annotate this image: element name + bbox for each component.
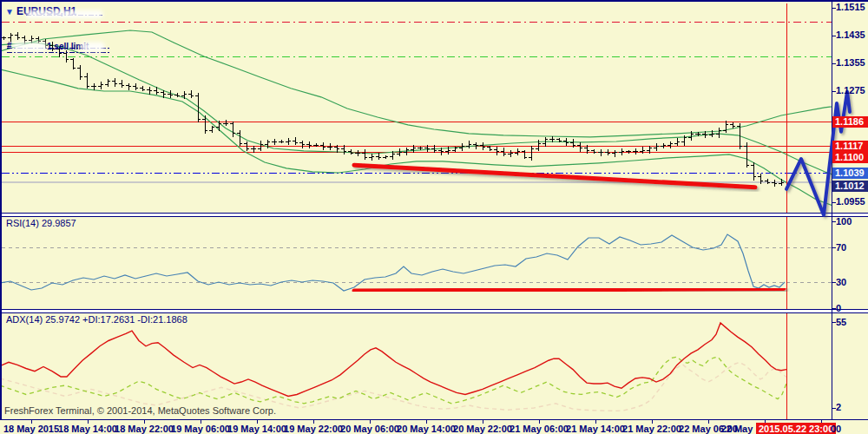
rsi-axis-label: 0 [836,303,841,313]
redacted-order-id [26,10,102,18]
time-axis-label: 21 May 14:00 [566,424,625,434]
price-level-badge: 1.1039 [832,168,868,179]
time-axis-label: 20 May 22:00 [453,424,512,434]
time-axis-label: 19 May 14:00 [227,424,286,434]
time-axis-label: 21 May 22:00 [622,424,681,434]
redacted-order-number [13,43,46,51]
rsi-indicator-label: RSI(14) 29.9857 [6,218,76,228]
chart-canvas[interactable] [0,2,868,434]
rsi-axis-label: 100 [836,216,852,227]
redacted-order-price [81,43,104,51]
price-axis-label: 1.1435 [836,30,865,40]
current-time-badge: 2015.05.22 23:00 [756,423,836,434]
adx-indicator-label: ADX(14) 25.9742 +DI:17.2631 -DI:21.1868 [6,314,187,325]
price-axis-label: 1.1515 [836,2,865,12]
rsi-axis-label: 70 [836,242,846,253]
price-level-badge: 1.1100 [832,152,868,163]
rsi-axis-label: 30 [836,277,846,287]
price-level-badge: 1.1117 [832,141,868,152]
adx-axis-label: 2 [836,402,841,412]
time-axis-label: 18 May 2015 [3,424,59,434]
time-axis-label: 18 May 14:00 [58,424,117,434]
order-prefix: # [7,41,12,50]
truncated-time-label: 00 [831,424,841,434]
price-axis-label: 1.1275 [836,85,865,95]
time-axis-label: 20 May 06:00 [340,424,399,434]
adx-axis-label: 55 [836,317,846,327]
time-axis-label: 21 May 06:00 [510,424,569,434]
time-axis-label: 18 May 22:00 [115,424,174,434]
price-axis-label: 1.1355 [836,57,865,68]
time-axis-label: 19 May 22:00 [284,424,343,434]
price-level-badge: 1.1186 [832,116,868,128]
price-level-badge: 1.1012 [832,181,868,192]
mt4-chart-window: ▼EURUSD,H1 # 1 sell limit RSI(14) 29.985… [0,0,868,434]
terminal-copyright: FreshForex Terminal, © 2001-2014, MetaQu… [4,405,276,416]
time-axis-label: 20 May 14:00 [397,424,456,434]
time-axis-label: 22 May [721,424,753,434]
symbol-dropdown-icon[interactable]: ▼ [5,7,14,16]
time-axis-label: 19 May 06:00 [171,424,230,434]
price-axis-label: 1.0955 [836,196,865,207]
